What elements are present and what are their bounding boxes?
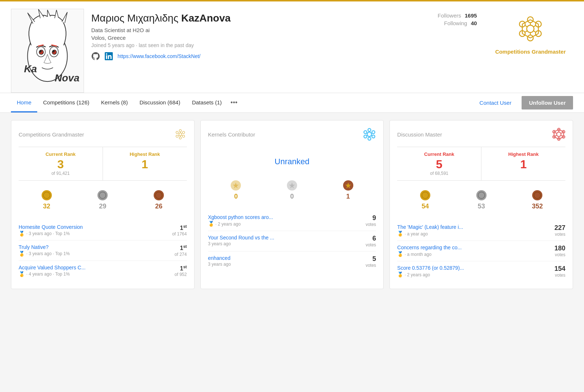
list-item: Score 0.53776 (or 0.52879)... 🥇 · 2 year… <box>397 261 565 281</box>
unfollow-user-button[interactable]: Unfollow User <box>522 96 573 109</box>
svg-line-43 <box>178 133 179 134</box>
discussion-current-rank-number: 5 <box>403 158 475 170</box>
comp-name[interactable]: Homesite Quote Conversion <box>19 224 168 230</box>
discussion-topic-name[interactable]: Score 0.53776 (or 0.52879)... <box>397 265 550 271</box>
tab-more[interactable]: ••• <box>228 93 241 112</box>
kernels-bronze-count: 1 <box>323 193 373 200</box>
tab-kernels[interactable]: Kernels (8) <box>95 93 134 112</box>
competitions-highest-rank-label: Highest Rank <box>109 151 181 157</box>
comp-rank: 1st <box>174 244 187 251</box>
profile-name: Μαριος Μιχαηλιδης KazAnova <box>91 12 408 24</box>
svg-line-77 <box>556 135 557 136</box>
comp-name[interactable]: Truly Native? <box>19 244 170 250</box>
discussion-rank-of: of 68,591 <box>403 171 475 176</box>
profile-location: Volos, Greece <box>91 35 408 41</box>
kernel-name[interactable]: Xgboost python scores aro... <box>208 214 361 220</box>
svg-line-20 <box>533 26 535 27</box>
kernels-badge-icon <box>363 128 376 141</box>
kernel-name[interactable]: Your Second Round vs the ... <box>208 235 361 241</box>
competitions-bronze-count: 26 <box>134 203 184 210</box>
svg-point-4 <box>39 50 43 54</box>
competitions-card: Competitions Grandmaster <box>11 120 195 289</box>
comp-meta: 🥇 · 4 years ago · Top 1% <box>19 271 170 277</box>
comp-meta: 🥇 · 3 years ago · Top 1% <box>19 251 170 257</box>
badge-label: Competitions Grandmaster <box>495 48 566 55</box>
competitions-current-rank-number: 3 <box>24 158 97 170</box>
linkedin-icon[interactable] <box>104 52 113 61</box>
competitions-silver-count: 29 <box>78 203 128 210</box>
svg-point-31 <box>179 133 182 136</box>
kernel-name[interactable]: enhanced <box>208 255 361 261</box>
svg-point-66 <box>557 132 561 137</box>
discussion-bronze-count: 352 <box>512 203 562 210</box>
kernel-votes-label: votes <box>366 222 376 227</box>
kernel-meta: 3 years ago <box>208 241 361 246</box>
kernel-votes: 5 <box>366 255 376 263</box>
profile-header: Ka Nova Μαριος Μιχαηλιδης KazAnova Data … <box>0 1 584 93</box>
competitions-gold-medal: 32 <box>19 187 75 213</box>
discussion-topic-name[interactable]: Concerns regarding the co... <box>397 245 550 250</box>
svg-point-52 <box>372 131 375 134</box>
profile-job-title: Data Scientist at H2O ai <box>91 27 408 33</box>
following-row: Following 40 <box>444 20 477 26</box>
svg-point-32 <box>179 130 181 132</box>
github-icon[interactable] <box>91 52 100 61</box>
svg-point-51 <box>368 128 371 131</box>
list-item: enhanced 3 years ago 5 votes <box>208 251 376 272</box>
comp-meta: 🥇 · 3 years ago · Top 1% <box>19 231 168 237</box>
badge-area: Competitions Grandmaster <box>488 9 573 59</box>
competitions-rank-section: Current Rank 3 of 91,421 Highest Rank 1 <box>19 147 187 181</box>
discussion-topic-meta: 🥇 · 2 years ago <box>397 272 550 277</box>
discussion-bronze-medal: 352 <box>509 187 565 213</box>
svg-point-56 <box>364 131 367 134</box>
list-item: Your Second Round vs the ... 3 years ago… <box>208 231 376 251</box>
discussion-current-rank: Current Rank 5 of 68,591 <box>397 147 481 180</box>
discussion-votes-label: votes <box>554 232 565 237</box>
kernels-gold-medal: 0 <box>208 177 264 203</box>
discussion-rank-section: Current Rank 5 of 68,591 Highest Rank 1 <box>397 147 565 181</box>
kernels-silver-count: 0 <box>267 193 317 200</box>
tab-discussion[interactable]: Discussion (684) <box>134 93 186 112</box>
svg-line-61 <box>367 135 368 135</box>
tab-datasets[interactable]: Datasets (1) <box>186 93 228 112</box>
contact-user-button[interactable]: Contact User <box>474 97 518 109</box>
discussion-votes: 227 <box>554 224 565 232</box>
facebook-link[interactable]: https://www.facebook.com/StackNet/ <box>118 53 200 59</box>
tab-home[interactable]: Home <box>11 93 37 112</box>
svg-point-5 <box>52 50 57 54</box>
kernels-list: Xgboost python scores aro... 🥇 · 2 years… <box>208 211 376 272</box>
svg-line-21 <box>533 31 535 32</box>
svg-line-78 <box>556 133 557 134</box>
kernels-card-title: Kernels Contributor <box>208 131 255 138</box>
svg-point-54 <box>368 137 371 140</box>
discussion-highest-rank: Highest Rank 1 <box>481 147 565 180</box>
svg-point-6 <box>40 51 41 52</box>
svg-point-12 <box>527 25 534 32</box>
competitions-bronze-medal: 26 <box>131 187 187 213</box>
svg-point-36 <box>176 135 178 137</box>
following-count: 40 <box>471 20 477 26</box>
svg-point-7 <box>53 51 54 52</box>
comp-rank: 1st <box>174 265 187 272</box>
comp-name[interactable]: Acquire Valued Shoppers C... <box>19 265 170 270</box>
discussion-card-title: Discussion Master <box>397 131 442 138</box>
competitions-highest-rank-number: 1 <box>109 158 181 170</box>
avatar: Ka Nova <box>11 9 84 93</box>
kernel-meta: 🥇 · 2 years ago <box>208 221 361 227</box>
svg-line-74 <box>561 133 562 134</box>
discussion-topic-meta: 🥇 · a month ago <box>397 251 550 257</box>
discussion-votes: 180 <box>554 245 565 252</box>
discussion-topic-meta: 🥇 · a year ago <box>397 231 550 237</box>
main-content: Competitions Grandmaster <box>0 113 584 296</box>
comp-of: of 274 <box>174 252 187 257</box>
kernels-bronze-medal: 1 <box>320 177 376 203</box>
discussion-topic-name[interactable]: The 'Magic' (Leak) feature i... <box>397 224 550 230</box>
competitions-medals: 32 29 26 <box>19 187 187 213</box>
competitions-grandmaster-badge-icon <box>514 12 547 45</box>
list-item: Homesite Quote Conversion 🥇 · 3 years ag… <box>19 220 187 241</box>
tab-competitions[interactable]: Competitions (126) <box>37 93 95 112</box>
competitions-rank-of: of 91,421 <box>24 171 97 176</box>
kernel-votes: 6 <box>366 235 376 242</box>
svg-line-59 <box>371 135 372 135</box>
competitions-card-title: Competitions Grandmaster <box>19 131 84 138</box>
